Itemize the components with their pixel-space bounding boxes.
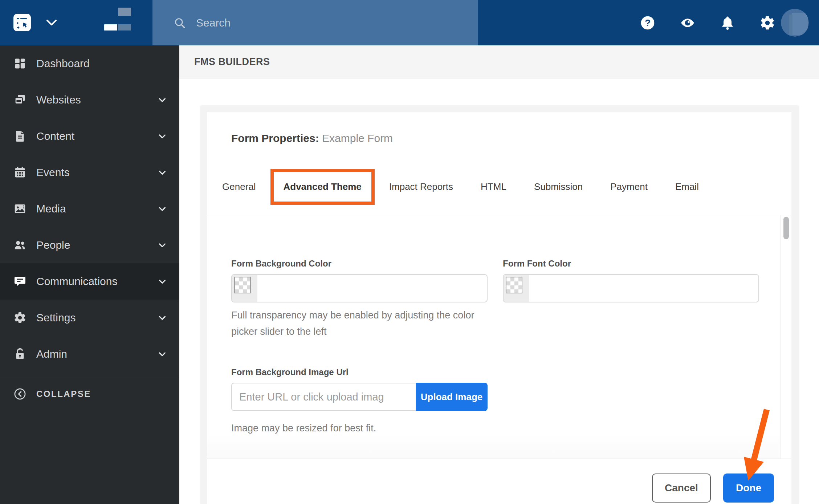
transparency-swatch[interactable] [234,277,251,293]
color-picker-addon [504,275,529,302]
sidebar-navigation: DashboardWebsitesContentEventsMediaPeopl… [0,45,179,504]
cancel-button[interactable]: Cancel [652,473,711,503]
page-header: FMS BUILDERS [179,45,819,78]
upload-image-button[interactable]: Upload Image [416,383,488,411]
sidebar-item-admin[interactable]: Admin [0,336,179,372]
sidebar-item-media[interactable]: Media [0,191,179,227]
page-title: FMS BUILDERS [194,56,270,68]
tab-divider [207,215,791,215]
top-navigation-bar: ? [0,0,819,45]
tab-html[interactable]: HTML [481,181,506,192]
modal-title: Form Properties: Example Form [231,132,393,145]
chevron-down-icon [157,240,168,251]
transparency-swatch[interactable] [506,277,522,293]
topbar-icon-group: ? [640,0,775,45]
modal-scrollbar-thumb[interactable] [783,217,789,239]
avatar[interactable] [781,9,809,37]
sidebar-collapse-button[interactable]: COLLAPSE [0,375,179,412]
collapse-label: COLLAPSE [36,389,91,399]
sidebar-item-people[interactable]: People [0,227,179,263]
unlock-icon [13,347,27,361]
grid-icon [13,57,27,70]
sidebar-item-label: Communications [36,275,117,288]
gear-icon [13,311,27,324]
form-builder-cursor-icon [13,14,31,31]
people-icon [13,239,27,252]
tab-label: Advanced Theme [284,181,362,192]
sidebar-item-communications[interactable]: Communications [0,263,179,300]
modal-tab-bar: GeneralAdvanced ThemeImpact ReportsHTMLS… [222,179,699,194]
bell-icon[interactable] [720,15,736,31]
form-background-color-input[interactable] [231,274,488,302]
tab-label: General [222,181,256,192]
form-background-color-label: Form Background Color [231,259,331,269]
image-url-input[interactable] [231,383,416,411]
scroll-track-divider [781,215,781,459]
tab-payment[interactable]: Payment [610,181,648,192]
form-background-image-url-label: Form Background Image Url [231,367,349,377]
sidebar-item-list: DashboardWebsitesContentEventsMediaPeopl… [0,45,179,372]
browser-icon [13,93,27,106]
chevron-down-icon [157,167,168,178]
calendar-icon [13,166,27,179]
tab-label: Payment [610,181,648,192]
sidebar-item-label: People [36,239,70,251]
eye-icon[interactable] [680,15,696,31]
modal-title-form-name: Example Form [322,132,393,144]
form-properties-modal: Form Properties: Example Form GeneralAdv… [200,105,799,504]
global-search-bar[interactable] [152,0,478,45]
search-icon [174,17,186,29]
chevron-down-icon [157,94,168,105]
sidebar-item-content[interactable]: Content [0,118,179,154]
help-icon[interactable]: ? [640,15,656,31]
transparency-helper-text: Full transparency may be enabled by adju… [231,307,482,340]
form-font-color-label: Form Font Color [503,259,571,269]
form-font-color-input[interactable] [503,274,759,302]
tab-impact-reports[interactable]: Impact Reports [389,181,453,192]
image-icon [13,202,27,215]
sidebar-item-events[interactable]: Events [0,154,179,191]
resize-helper-text: Image may be resized for best fit. [231,420,376,436]
brand-logo-block [118,8,131,16]
tab-label: HTML [481,181,506,192]
gear-icon[interactable] [759,15,775,31]
tab-label: Submission [534,181,583,192]
form-properties-card: Form Properties: Example Form GeneralAdv… [207,112,791,504]
file-icon [13,130,27,143]
sidebar-item-label: Dashboard [36,57,90,70]
sidebar-item-label: Websites [36,94,81,106]
chevron-down-icon [157,312,168,323]
app-window: ? DashboardWebsitesContentEventsMediaPeo… [0,0,819,504]
chevron-down-icon [157,349,168,359]
chevron-down-icon [157,203,168,214]
sidebar-item-label: Content [36,130,74,142]
tab-general[interactable]: General [222,181,256,192]
brand-logo-block [118,24,131,31]
sidebar-item-label: Settings [36,312,76,324]
modal-footer: Cancel Done [207,459,791,504]
sidebar-item-websites[interactable]: Websites [0,82,179,118]
chat-icon [13,275,27,288]
sidebar-item-label: Media [36,203,66,215]
tab-advanced-theme[interactable]: Advanced Theme [284,181,362,192]
tab-email[interactable]: Email [675,181,699,192]
collapse-circle-chevron-icon [13,387,27,401]
chevron-down-icon [157,131,168,142]
tab-label: Email [675,181,699,192]
tab-submission[interactable]: Submission [534,181,583,192]
color-picker-addon [232,275,257,302]
done-button[interactable]: Done [723,473,774,503]
search-input[interactable] [196,17,450,29]
svg-text:?: ? [645,17,651,28]
chevron-down-icon [157,276,168,287]
scroll-fade-overlay [207,435,780,459]
tab-label: Impact Reports [389,181,453,192]
brand-logo-block [104,24,117,31]
sidebar-item-label: Admin [36,348,67,360]
sidebar-item-settings[interactable]: Settings [0,300,179,336]
sidebar-item-dashboard[interactable]: Dashboard [0,45,179,82]
org-switcher-chevron-icon[interactable] [46,18,57,27]
app-logo-icon[interactable] [13,14,31,31]
modal-title-prefix: Form Properties: [231,132,319,144]
sidebar-item-label: Events [36,166,70,179]
